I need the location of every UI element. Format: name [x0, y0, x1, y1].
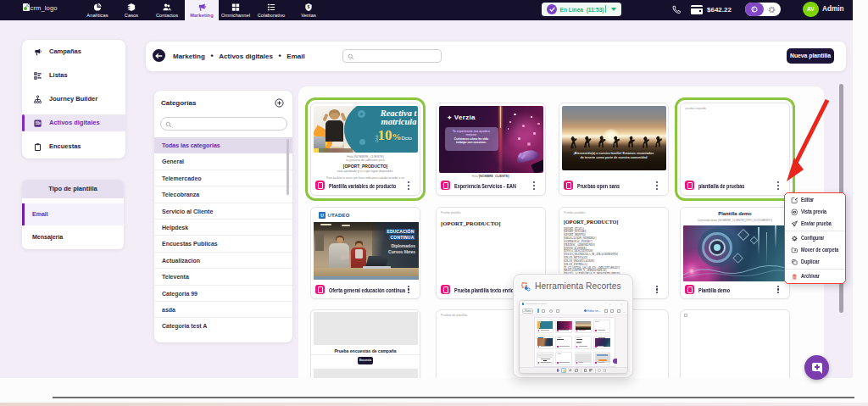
- svg-text:$: $: [308, 4, 310, 9]
